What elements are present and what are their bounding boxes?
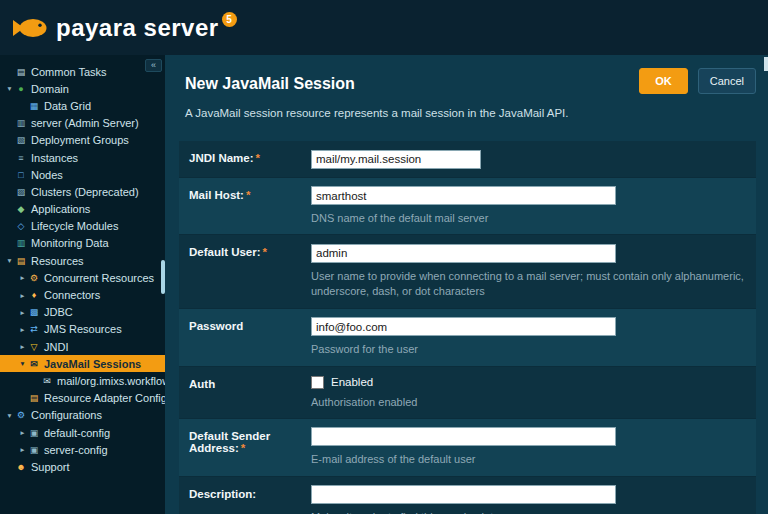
brand-name: payara server <box>56 14 219 42</box>
chevron-right-icon[interactable]: ► <box>17 292 28 299</box>
sidebar-item-label: Resource Adapter Configs <box>44 392 165 404</box>
chevron-right-icon[interactable]: ► <box>17 343 28 350</box>
default-user-input[interactable] <box>311 244 616 263</box>
chevron-down-icon[interactable]: ▼ <box>4 412 15 419</box>
data-grid-icon: ▦ <box>28 101 40 111</box>
sidebar-item-default-config[interactable]: ►▣default-config <box>0 424 165 441</box>
chevron-down-icon[interactable]: ▼ <box>4 85 15 92</box>
sidebar-item-server-config[interactable]: ►▣server-config <box>0 441 165 458</box>
field-label: Default User:* <box>189 243 311 299</box>
required-asterisk: * <box>256 152 260 164</box>
clusters-icon: ▨ <box>15 187 27 197</box>
mail-host-input[interactable] <box>311 186 616 205</box>
chevron-right-icon[interactable]: ► <box>17 429 28 436</box>
sidebar-item-resource-adapter-configs[interactable]: ▤Resource Adapter Configs <box>0 390 165 407</box>
configurations-icon: ⚙ <box>15 410 27 420</box>
chevron-down-icon[interactable]: ▼ <box>17 360 28 367</box>
field-label: Password <box>189 317 311 358</box>
sidebar-item-label: server (Admin Server) <box>31 117 139 129</box>
sidebar-item-jdbc[interactable]: ►▩JDBC <box>0 304 165 321</box>
chevron-right-icon[interactable]: ► <box>17 309 28 316</box>
resource-adapter-configs-icon: ▤ <box>28 393 40 403</box>
sidebar-item-label: JDBC <box>44 306 73 318</box>
jndi-icon: ▽ <box>28 342 40 352</box>
field-control: User name to provide when connecting to … <box>311 243 746 299</box>
chevron-right-icon[interactable]: ► <box>17 274 28 281</box>
connectors-icon: ♦ <box>28 290 40 300</box>
sidebar-item-applications[interactable]: ◆Applications <box>0 201 165 218</box>
field-help: Authorisation enabled <box>311 395 746 410</box>
page-scrollbar-thumb[interactable] <box>764 57 768 71</box>
sidebar-item-label: Common Tasks <box>31 66 107 78</box>
password-input[interactable] <box>311 317 616 336</box>
sidebar-item-instances[interactable]: ≡Instances <box>0 149 165 166</box>
field-control: E-mail address of the default user <box>311 427 746 468</box>
sidebar-item-jms-resources[interactable]: ►⇄JMS Resources <box>0 321 165 338</box>
default-config-icon: ▣ <box>28 428 40 438</box>
form-row-password: PasswordPassword for the user <box>179 309 756 367</box>
sidebar-item-nodes[interactable]: □Nodes <box>0 166 165 183</box>
sidebar-item-label: Clusters (Deprecated) <box>31 186 139 198</box>
sidebar-item-label: Support <box>31 461 70 473</box>
sidebar-item-jndi[interactable]: ►▽JNDI <box>0 338 165 355</box>
checkbox-label: Enabled <box>331 376 373 388</box>
sidebar-item-connectors[interactable]: ►♦Connectors <box>0 286 165 303</box>
applications-icon: ◆ <box>15 204 27 214</box>
form-row-default-user: Default User:*User name to provide when … <box>179 235 756 308</box>
version-badge: 5 <box>222 12 237 27</box>
sidebar-item-server-admin-server[interactable]: ▥server (Admin Server) <box>0 115 165 132</box>
sidebar-item-concurrent-resources[interactable]: ►⚙Concurrent Resources <box>0 269 165 286</box>
jdbc-icon: ▩ <box>28 307 40 317</box>
sidebar-item-monitoring-data[interactable]: ▥Monitoring Data <box>0 235 165 252</box>
sidebar-item-common-tasks[interactable]: ▤Common Tasks <box>0 63 165 80</box>
required-asterisk: * <box>263 246 267 258</box>
sidebar-item-deployment-groups[interactable]: ▧Deployment Groups <box>0 132 165 149</box>
common-tasks-icon: ▤ <box>15 67 27 77</box>
resources-icon: ▤ <box>15 256 27 266</box>
chevron-right-icon[interactable]: ► <box>17 446 28 453</box>
field-help: Password for the user <box>311 342 746 357</box>
payara-fish-logo <box>12 15 48 41</box>
sidebar-item-label: JMS Resources <box>44 323 122 335</box>
form-row-auth: AuthEnabledAuthorisation enabled <box>179 367 756 419</box>
instances-icon: ≡ <box>15 153 27 163</box>
javamail-sessions-icon: ✉ <box>28 359 40 369</box>
sidebar-item-data-grid[interactable]: ▦Data Grid <box>0 97 165 114</box>
auth-checkbox[interactable] <box>311 376 324 389</box>
deployment-groups-icon: ▧ <box>15 135 27 145</box>
concurrent-resources-icon: ⚙ <box>28 273 40 283</box>
monitoring-data-icon: ▥ <box>15 238 27 248</box>
chevron-right-icon[interactable]: ► <box>17 326 28 333</box>
description-input[interactable] <box>311 485 616 504</box>
sidebar-item-resources[interactable]: ▼▤Resources <box>0 252 165 269</box>
field-label: Description: <box>189 485 311 514</box>
support-icon: ☻ <box>15 462 27 472</box>
sidebar-item-support[interactable]: ☻Support <box>0 458 165 475</box>
sidebar-item-label: server-config <box>44 444 108 456</box>
sidebar-item-label: Instances <box>31 152 78 164</box>
sidebar-item-lifecycle-modules[interactable]: ◇Lifecycle Modules <box>0 218 165 235</box>
default-sender-address-input[interactable] <box>311 427 616 446</box>
field-control: DNS name of the default mail server <box>311 186 746 227</box>
cancel-button[interactable]: Cancel <box>698 68 756 94</box>
sidebar-item-configurations[interactable]: ▼⚙Configurations <box>0 407 165 424</box>
sidebar-item-domain[interactable]: ▼●Domain <box>0 80 165 97</box>
nodes-icon: □ <box>15 170 27 180</box>
form-row-mail-host: Mail Host:*DNS name of the default mail … <box>179 178 756 236</box>
field-control: Password for the user <box>311 317 746 358</box>
sidebar-item-clusters-deprecated[interactable]: ▨Clusters (Deprecated) <box>0 183 165 200</box>
sidebar-item-label: Applications <box>31 203 90 215</box>
action-buttons: OK Cancel <box>639 68 756 94</box>
form-rows: JNDI Name:*Mail Host:*DNS name of the de… <box>179 141 756 514</box>
field-control <box>311 149 746 169</box>
sidebar-item-label: Monitoring Data <box>31 237 109 249</box>
field-help: User name to provide when connecting to … <box>311 269 746 300</box>
field-label: JNDI Name:* <box>189 149 311 169</box>
chevron-down-icon[interactable]: ▼ <box>4 257 15 264</box>
app-header: payara server 5 <box>0 0 768 55</box>
jndi-name-input[interactable] <box>311 150 481 169</box>
sidebar-item-mail-org-imixs-workflow-mail[interactable]: ✉mail/org.imixs.workflow.mail <box>0 372 165 389</box>
sidebar-item-javamail-sessions[interactable]: ▼✉JavaMail Sessions <box>0 355 165 372</box>
field-control: EnabledAuthorisation enabled <box>311 375 746 410</box>
ok-button[interactable]: OK <box>639 68 688 94</box>
